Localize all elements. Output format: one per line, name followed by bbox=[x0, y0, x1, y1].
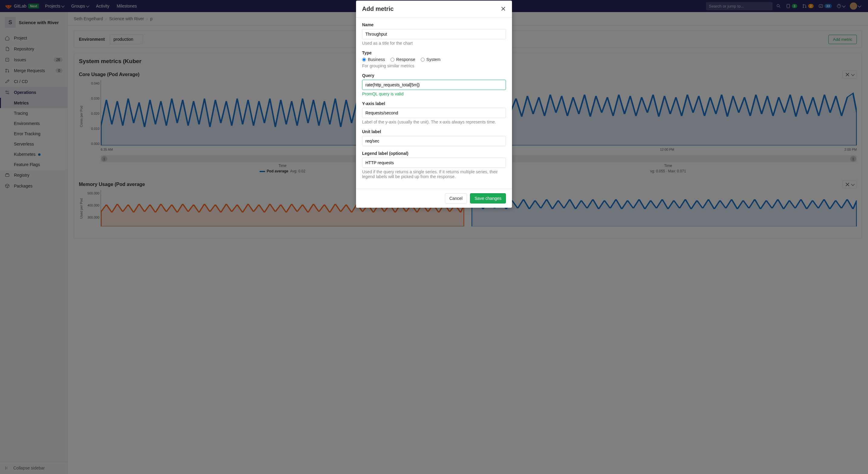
name-label: Name bbox=[362, 22, 506, 27]
query-label: Query bbox=[362, 73, 506, 78]
query-input[interactable] bbox=[362, 80, 506, 90]
legend-help: Used if the query returns a single serie… bbox=[362, 169, 506, 179]
type-help: For grouping similar metrics bbox=[362, 63, 506, 68]
type-radio-group: Business Response System bbox=[362, 57, 506, 62]
radio-input[interactable] bbox=[391, 58, 395, 62]
type-radio-response[interactable]: Response bbox=[391, 57, 415, 62]
type-radio-business[interactable]: Business bbox=[362, 57, 385, 62]
radio-input[interactable] bbox=[362, 58, 366, 62]
modal-title: Add metric bbox=[362, 5, 394, 12]
cancel-button[interactable]: Cancel bbox=[445, 193, 467, 203]
add-metric-modal: Add metric ✕ Name Used as a title for th… bbox=[356, 1, 512, 208]
modal-header: Add metric ✕ bbox=[356, 1, 512, 18]
radio-input[interactable] bbox=[421, 58, 425, 62]
name-help: Used as a title for the chart bbox=[362, 41, 506, 45]
query-help: PromQL query is valid bbox=[362, 92, 506, 96]
radio-label: System bbox=[427, 57, 441, 62]
name-input[interactable] bbox=[362, 29, 506, 39]
unit-label: Unit label bbox=[362, 129, 506, 134]
legend-input[interactable] bbox=[362, 158, 506, 168]
modal-body: Name Used as a title for the chart Type … bbox=[356, 18, 512, 189]
ylabel-help: Label of the y-axis (usually the unit). … bbox=[362, 120, 506, 124]
close-icon[interactable]: ✕ bbox=[500, 6, 506, 12]
modal-footer: Cancel Save changes bbox=[356, 189, 512, 208]
type-radio-system[interactable]: System bbox=[421, 57, 441, 62]
ylabel-input[interactable] bbox=[362, 108, 506, 118]
radio-label: Response bbox=[396, 57, 415, 62]
type-label: Type bbox=[362, 50, 506, 55]
save-button[interactable]: Save changes bbox=[470, 193, 506, 203]
legend-label: Legend label (optional) bbox=[362, 151, 506, 156]
unit-input[interactable] bbox=[362, 136, 506, 146]
ylabel-label: Y-axis label bbox=[362, 101, 506, 106]
radio-label: Business bbox=[368, 57, 385, 62]
modal-backdrop[interactable]: Add metric ✕ Name Used as a title for th… bbox=[0, 0, 868, 474]
